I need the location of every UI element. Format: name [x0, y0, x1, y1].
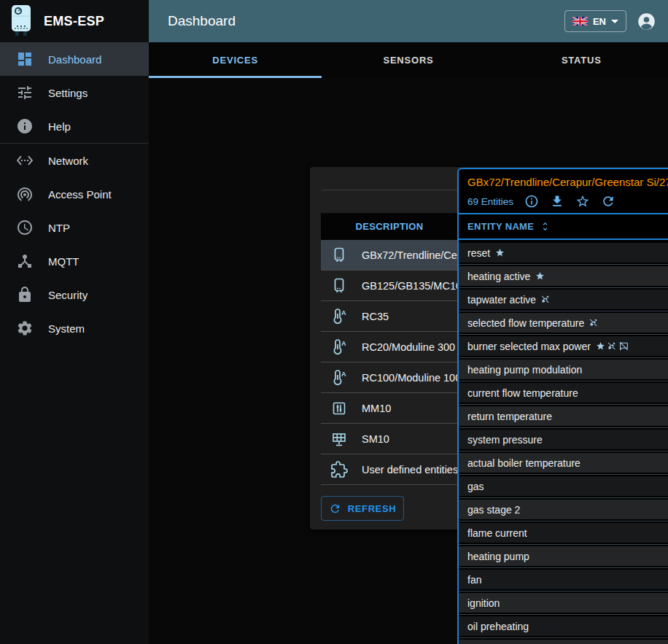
sidebar-item-label: NTP [48, 222, 70, 234]
device-row[interactable]: User defined entities [321, 454, 458, 485]
sidebar-item-label: Dashboard [48, 53, 101, 66]
mixer-icon [330, 400, 348, 417]
ethernet-icon [16, 152, 34, 169]
device-row[interactable]: GB125/GB135/MC10 [321, 271, 458, 301]
lock-icon [16, 286, 34, 303]
info-icon [16, 117, 34, 135]
sidebar-item[interactable]: Dashboard [0, 42, 149, 76]
boiler-logo-icon [9, 4, 34, 38]
entity-row[interactable]: heating active off [459, 266, 668, 286]
info-icon[interactable] [524, 194, 539, 209]
entity-name: gas [467, 481, 484, 492]
thermostat-auto-icon: A [330, 338, 348, 356]
entity-flags [596, 341, 629, 351]
entity-table: reset heating active off tapwater act [459, 243, 668, 644]
device-row[interactable]: GBx72/Trendline/Cerapur/Greenstar Si/27i [321, 240, 458, 271]
tab-label: SENSORS [383, 55, 433, 66]
refresh-button[interactable]: REFRESH [321, 496, 404, 521]
sidebar-item[interactable]: NTP [0, 211, 149, 244]
entity-name: system pressure [467, 434, 543, 446]
svg-text:A: A [341, 309, 346, 316]
entity-row[interactable]: heating pump off [459, 546, 668, 566]
entity-row[interactable]: tapwater active off [459, 290, 668, 309]
sidebar-item[interactable]: Help [0, 109, 149, 143]
device-row[interactable]: SM10 [321, 424, 458, 454]
entity-count: 69 Entities [467, 196, 513, 207]
detail-toolbar: 69 Entities [467, 194, 668, 209]
star-icon [535, 271, 545, 281]
entity-row[interactable]: gas stage 2 off [459, 500, 668, 519]
entity-name: current flow temperature [467, 387, 578, 399]
entity-name-column-header[interactable]: ENTITY NAME [467, 221, 551, 232]
sidebar-item[interactable]: Network [0, 144, 149, 177]
sidebar-item-label: Security [48, 289, 88, 301]
entity-name: heating pump [467, 551, 529, 562]
entity-name: actual boiler temperature [467, 457, 580, 469]
sidebar-item[interactable]: Access Point [0, 177, 149, 211]
device-row[interactable]: A RC100/Moduline 1000 [321, 362, 458, 393]
sidebar-item-label: Access Point [48, 188, 112, 201]
entity-name: ignition [467, 597, 500, 609]
entity-name: heating pump modulation [467, 364, 582, 376]
panel-divider [322, 190, 457, 190]
tab-label: DEVICES [212, 55, 258, 66]
sidebar-item[interactable]: Security [0, 278, 149, 311]
tab-label: STATUS [562, 55, 602, 66]
user-avatar[interactable] [637, 12, 656, 31]
entity-row[interactable]: return temperature 52,7 °C [459, 406, 668, 426]
tab[interactable]: DEVICES [149, 42, 322, 78]
sidebar-item[interactable]: System [0, 311, 149, 345]
entity-name: selected flow temperature [467, 317, 584, 329]
boiler-icon [330, 247, 348, 264]
entity-row[interactable]: selected flow temperature 5,0 °C [459, 313, 668, 333]
device-name: RC35 [362, 311, 389, 322]
device-row[interactable]: MM10 [321, 393, 458, 424]
appbar: Dashboard EN [149, 0, 668, 42]
chevron-down-icon [611, 20, 618, 23]
entity-name: return temperature [467, 411, 552, 422]
device-row[interactable]: A RC20/Moduline 300 [321, 332, 458, 362]
device-row[interactable]: A RC35 [321, 301, 458, 332]
download-icon[interactable] [550, 194, 564, 209]
description-column-header[interactable]: DESCRIPTION [321, 213, 458, 240]
sidebar-item[interactable]: Settings [0, 76, 149, 109]
tab[interactable]: SENSORS [322, 42, 494, 78]
tab[interactable]: STATUS [495, 42, 668, 78]
language-code: EN [593, 16, 606, 27]
entity-row[interactable]: burner selected max power 0 % [459, 336, 668, 356]
gear-icon [16, 319, 34, 337]
entity-row[interactable]: heating activated on [459, 640, 668, 644]
entity-row[interactable]: system pressure 1,3 bar [459, 430, 668, 449]
sidebar-item[interactable]: MQTT [0, 244, 149, 278]
entity-name: burner selected max power [467, 341, 591, 352]
device-table: GBx72/Trendline/Cerapur/Greenstar Si/27i… [321, 240, 458, 485]
entity-row[interactable]: actual boiler temperature 54,9 °C [459, 453, 668, 473]
refresh-icon[interactable] [601, 194, 615, 209]
entity-name-column-label: ENTITY NAME [467, 221, 534, 232]
tune-icon [16, 84, 34, 101]
entity-table-header: ENTITY NAME VALUE [459, 213, 668, 240]
entity-row[interactable]: reset [459, 243, 668, 263]
entity-row[interactable]: oil preheating off [459, 616, 668, 636]
device-name: RC100/Moduline 1000 [362, 372, 458, 384]
brand: EMS-ESP [0, 0, 149, 42]
refresh-label: REFRESH [348, 503, 396, 514]
language-selector[interactable]: EN [564, 10, 626, 32]
sidebar-item-label: Network [48, 155, 88, 167]
entity-row[interactable]: current flow temperature 53,4 °C [459, 383, 668, 403]
boiler-icon [330, 277, 348, 295]
entity-row[interactable]: heating pump modulation 0 % [459, 360, 668, 379]
device-name: SM10 [362, 433, 389, 445]
uk-flag-icon [572, 17, 588, 26]
entity-name: gas stage 2 [467, 504, 520, 516]
sort-icon [540, 221, 551, 232]
entity-flags [541, 295, 551, 304]
entity-row[interactable]: gas off [459, 476, 668, 496]
star-outline-icon[interactable] [575, 194, 590, 209]
sidebar-item-label: System [48, 322, 85, 335]
entity-row[interactable]: fan off [459, 570, 668, 589]
entity-name: oil preheating [467, 621, 529, 632]
entity-row[interactable]: ignition off [459, 593, 668, 613]
entity-row[interactable]: flame current 0 µA [459, 523, 668, 543]
comment-off-icon [619, 341, 629, 351]
